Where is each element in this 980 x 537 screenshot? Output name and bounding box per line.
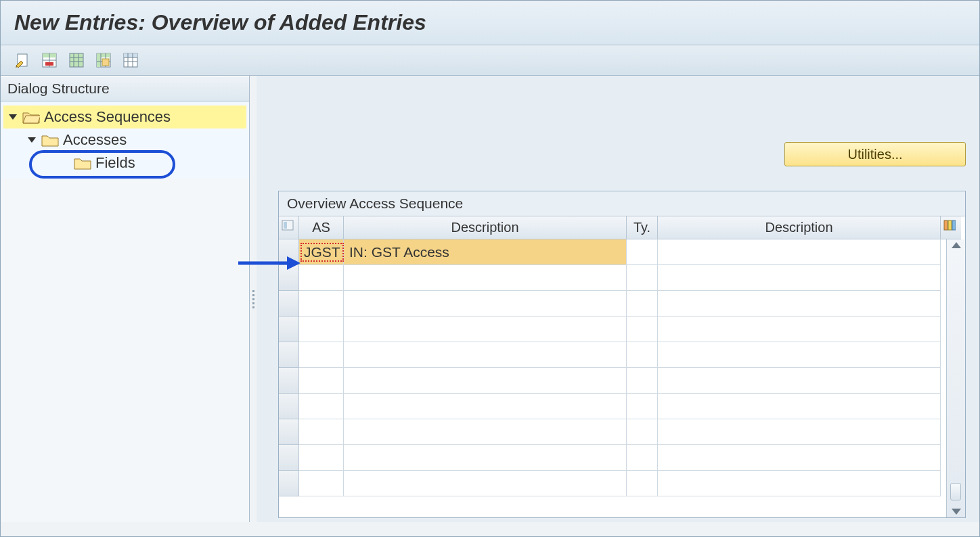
- row-selector-cell[interactable]: [279, 394, 299, 419]
- dialog-structure-header: Dialog Structure: [1, 76, 249, 101]
- col-header-desc1[interactable]: Description: [344, 216, 627, 239]
- cell-type[interactable]: [627, 265, 658, 291]
- cell-type[interactable]: [627, 394, 658, 419]
- toolbar-btn-select-all[interactable]: [67, 51, 86, 70]
- table-row[interactable]: [279, 368, 946, 394]
- cell-type[interactable]: [627, 419, 658, 445]
- table-rows: JGSTIN: GST Access: [279, 239, 946, 517]
- cell-description[interactable]: [344, 317, 627, 342]
- splitter-handle[interactable]: [250, 76, 257, 522]
- splitter-dots-icon: [252, 290, 254, 308]
- vertical-scrollbar[interactable]: [946, 239, 965, 517]
- cell-description[interactable]: [344, 368, 627, 394]
- as-input-highlight[interactable]: JGST: [300, 243, 344, 262]
- cell-as[interactable]: [299, 342, 344, 368]
- scroll-handle[interactable]: [950, 483, 961, 500]
- row-selector-cell[interactable]: [279, 291, 299, 317]
- cell-description2[interactable]: [658, 445, 941, 471]
- cell-as[interactable]: JGST: [299, 239, 344, 265]
- table-row[interactable]: JGSTIN: GST Access: [279, 239, 946, 265]
- cell-as[interactable]: [299, 291, 344, 317]
- cell-type[interactable]: [627, 239, 658, 265]
- cell-description[interactable]: [344, 265, 627, 291]
- scroll-down-icon[interactable]: [952, 509, 961, 515]
- cell-description2[interactable]: [658, 239, 941, 265]
- row-selector-cell[interactable]: [279, 419, 299, 445]
- dialog-structure-panel: Dialog Structure Access Sequences Access…: [1, 76, 250, 522]
- cell-description2[interactable]: [658, 265, 941, 291]
- cell-description2[interactable]: [658, 419, 941, 445]
- table-select-block-icon: [95, 52, 112, 68]
- table-row[interactable]: [279, 265, 946, 291]
- cell-type[interactable]: [627, 445, 658, 471]
- cell-as[interactable]: [299, 471, 344, 496]
- toolbar-btn-delete[interactable]: [40, 51, 59, 70]
- cell-description2[interactable]: [658, 394, 941, 419]
- table-row[interactable]: [279, 419, 946, 445]
- cell-description[interactable]: IN: GST Access: [344, 239, 627, 265]
- cell-description2[interactable]: [658, 342, 941, 368]
- row-selector-cell[interactable]: [279, 342, 299, 368]
- cell-description2[interactable]: [658, 471, 941, 496]
- tree-node-fields[interactable]: Fields: [3, 151, 246, 174]
- col-header-as[interactable]: AS: [299, 216, 344, 239]
- col-header-selector[interactable]: [279, 216, 299, 239]
- col-header-settings[interactable]: [941, 216, 961, 239]
- overview-table-title: Overview Access Sequence: [279, 191, 965, 216]
- svg-rect-19: [124, 53, 137, 57]
- cell-as[interactable]: [299, 317, 344, 342]
- dialog-structure-tree: Access Sequences Accesses Fields: [1, 101, 249, 179]
- row-selector-cell[interactable]: [279, 239, 299, 265]
- main-split: Dialog Structure Access Sequences Access…: [1, 76, 979, 522]
- table-row[interactable]: [279, 342, 946, 368]
- cell-description[interactable]: [344, 445, 627, 471]
- table-body-area: JGSTIN: GST Access: [279, 239, 965, 517]
- cell-type[interactable]: [627, 317, 658, 342]
- cell-type[interactable]: [627, 342, 658, 368]
- svg-rect-27: [948, 220, 952, 230]
- cell-description[interactable]: [344, 471, 627, 496]
- toolbar-btn-change[interactable]: [13, 51, 32, 70]
- svg-rect-12: [97, 53, 110, 57]
- table-row[interactable]: [279, 394, 946, 419]
- caret-down-icon: [9, 114, 17, 120]
- table-row[interactable]: [279, 445, 946, 471]
- toolbar-btn-select-block[interactable]: [94, 51, 113, 70]
- cell-type[interactable]: [627, 471, 658, 496]
- toolbar-btn-deselect[interactable]: [121, 51, 140, 70]
- cell-as[interactable]: [299, 445, 344, 471]
- row-selector-cell[interactable]: [279, 471, 299, 496]
- table-row[interactable]: [279, 317, 946, 342]
- col-header-desc2[interactable]: Description: [658, 216, 941, 239]
- overview-table: Overview Access Sequence AS Description …: [278, 191, 966, 518]
- cell-description2[interactable]: [658, 291, 941, 317]
- cell-as[interactable]: [299, 368, 344, 394]
- cell-type[interactable]: [627, 291, 658, 317]
- svg-rect-5: [45, 62, 53, 66]
- cell-as[interactable]: [299, 265, 344, 291]
- cell-description[interactable]: [344, 342, 627, 368]
- scroll-up-icon[interactable]: [952, 242, 961, 248]
- tree-node-access-sequences[interactable]: Access Sequences: [3, 106, 246, 129]
- utilities-label: Utilities...: [847, 147, 902, 162]
- cell-type[interactable]: [627, 368, 658, 394]
- cell-as[interactable]: [299, 419, 344, 445]
- col-header-ty[interactable]: Ty.: [627, 216, 658, 239]
- cell-description[interactable]: [344, 394, 627, 419]
- cell-description2[interactable]: [658, 317, 941, 342]
- row-selector-cell[interactable]: [279, 317, 299, 342]
- cell-description2[interactable]: [658, 368, 941, 394]
- cell-description[interactable]: [344, 419, 627, 445]
- cell-as[interactable]: [299, 394, 344, 419]
- tree-node-accesses[interactable]: Accesses: [3, 129, 246, 151]
- page-title: New Entries: Overview of Added Entries: [14, 10, 966, 35]
- row-selector-cell[interactable]: [279, 265, 299, 291]
- row-selector-cell[interactable]: [279, 445, 299, 471]
- svg-rect-26: [944, 220, 948, 230]
- row-selector-cell[interactable]: [279, 368, 299, 394]
- table-row[interactable]: [279, 291, 946, 317]
- utilities-button[interactable]: Utilities...: [784, 142, 966, 166]
- svg-rect-13: [97, 57, 101, 67]
- cell-description[interactable]: [344, 291, 627, 317]
- table-row[interactable]: [279, 471, 946, 496]
